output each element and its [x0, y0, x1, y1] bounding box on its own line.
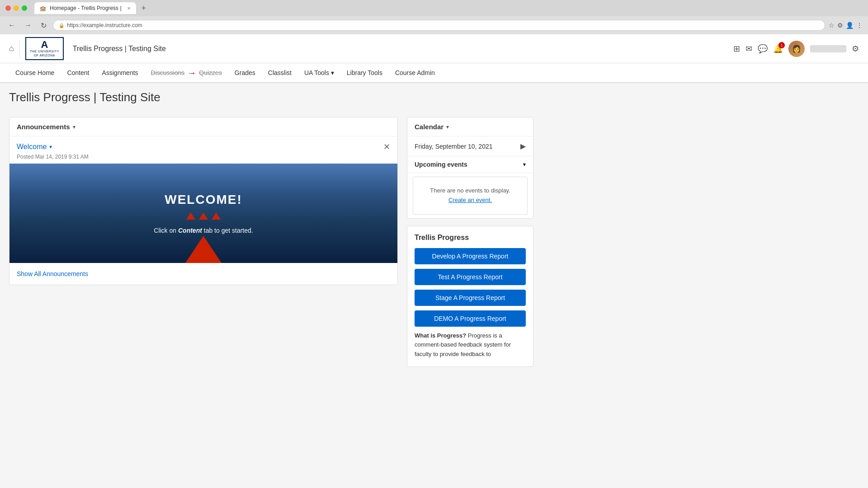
- events-box: There are no events to display. Create a…: [413, 177, 528, 215]
- develop-progress-report-button[interactable]: Develop A Progress Report: [415, 248, 526, 264]
- calendar-widget: Calendar ▾ Friday, September 10, 2021 ▶ …: [407, 117, 533, 219]
- calendar-title: Calendar: [415, 123, 443, 131]
- announcement-title[interactable]: Welcome ▾: [17, 143, 52, 151]
- nav-grades[interactable]: Grades: [228, 64, 262, 82]
- trellis-progress-title: Trellis Progress: [415, 234, 526, 242]
- lms-header: ⌂ A THE UNIVERSITYOF ARIZONA Trellis Pro…: [0, 34, 868, 63]
- tab-close-icon[interactable]: ✕: [127, 6, 131, 11]
- date-next-button[interactable]: ▶: [520, 142, 526, 150]
- upcoming-events-label: Upcoming events: [415, 161, 467, 168]
- calendar-chevron: ▾: [446, 124, 449, 130]
- browser-titlebar: 🏫 Homepage - Trellis Progress | ✕ +: [0, 0, 868, 16]
- announcement-image: WELCOME! Click on Content tab to get sta…: [9, 164, 397, 263]
- announcement-date: Posted Mar 14, 2019 9:31 AM: [9, 154, 397, 164]
- demo-progress-report-button[interactable]: DEMO A Progress Report: [415, 310, 526, 327]
- reload-button[interactable]: ↻: [38, 20, 49, 31]
- url-text: https://example.instructure.com: [67, 22, 142, 28]
- what-is-progress-text: What is Progress? Progress is a comment-…: [415, 331, 526, 359]
- what-is-title: What is Progress?: [415, 332, 466, 339]
- nav-quizzes[interactable]: Quizzes: [193, 64, 228, 82]
- create-event-link[interactable]: Create an event.: [448, 197, 492, 203]
- ua-logo-text: THE UNIVERSITYOF ARIZONA: [30, 50, 59, 57]
- window-controls: [5, 5, 27, 11]
- pyramid-shape: [185, 236, 222, 263]
- university-logo: A THE UNIVERSITYOF ARIZONA: [25, 37, 64, 60]
- stage-progress-report-button[interactable]: Stage A Progress Report: [415, 290, 526, 306]
- current-date-text: Friday, September 10, 2021: [415, 143, 493, 150]
- lms-nav: Course Home Content Assignments Discussi…: [0, 63, 868, 83]
- avatar-image: 👩: [788, 41, 805, 57]
- chat-icon-button[interactable]: 💬: [758, 44, 768, 54]
- notifications-button[interactable]: 🔔 1: [773, 44, 783, 54]
- nav-classlist[interactable]: Classlist: [262, 64, 298, 82]
- browser-toolbar: ← → ↻ 🔒 https://example.instructure.com …: [0, 16, 868, 34]
- nav-ua-tools[interactable]: UA Tools ▾: [298, 64, 340, 82]
- nav-content[interactable]: Content: [61, 64, 95, 82]
- no-events-message: There are no events to display. Create a…: [413, 177, 527, 214]
- nav-course-home[interactable]: Course Home: [9, 64, 61, 82]
- date-row: Friday, September 10, 2021 ▶: [407, 136, 533, 156]
- username-display: [810, 45, 846, 52]
- show-all-link-text[interactable]: Show All Announcements: [17, 270, 88, 277]
- image-overlay: WELCOME! Click on Content tab to get sta…: [145, 183, 262, 243]
- show-all-announcements-link[interactable]: Show All Announcements: [9, 263, 397, 285]
- header-divider: [19, 40, 20, 58]
- ua-logo-box: A THE UNIVERSITYOF ARIZONA: [25, 37, 64, 60]
- site-title: Trellis Progress | Testing Site: [73, 45, 733, 53]
- announcement-item-header: Welcome ▾ ✕: [9, 136, 397, 154]
- avatar[interactable]: 👩: [788, 41, 805, 57]
- settings-button[interactable]: ⚙: [852, 44, 859, 54]
- active-browser-tab[interactable]: 🏫 Homepage - Trellis Progress | ✕: [34, 2, 136, 14]
- page-title: Trellis Progress | Testing Site: [0, 83, 868, 108]
- announcements-chevron: ▾: [73, 124, 75, 130]
- mail-icon-button[interactable]: ✉: [745, 44, 752, 54]
- events-chevron-icon: ▾: [523, 161, 526, 168]
- nav-discussions[interactable]: Discussions: [145, 64, 191, 82]
- announcement-title-text: Welcome: [17, 143, 47, 151]
- nav-assignments[interactable]: Assignments: [95, 64, 144, 82]
- new-tab-button[interactable]: +: [140, 4, 148, 13]
- notification-badge: 1: [778, 42, 785, 48]
- welcome-heading: WELCOME!: [154, 192, 253, 207]
- trellis-progress-widget: Trellis Progress Develop A Progress Repo…: [407, 226, 533, 367]
- fullscreen-dot[interactable]: [22, 5, 27, 11]
- arrow-1: [186, 212, 195, 220]
- test-progress-report-button[interactable]: Test A Progress Report: [415, 269, 526, 285]
- minimize-dot[interactable]: [14, 5, 19, 11]
- lock-icon: 🔒: [59, 23, 64, 28]
- tab-favicon: 🏫: [40, 5, 46, 11]
- toolbar-actions: ☆ ⚙ 👤 ⋮: [829, 22, 863, 29]
- bookmark-button[interactable]: ☆: [829, 22, 835, 29]
- welcome-arrows: [154, 212, 253, 220]
- back-button[interactable]: ←: [5, 20, 18, 30]
- tab-title: Homepage - Trellis Progress |: [50, 5, 122, 11]
- profile-button[interactable]: 👤: [846, 22, 854, 29]
- address-bar[interactable]: 🔒 https://example.instructure.com: [53, 20, 825, 31]
- nav-library-tools[interactable]: Library Tools: [340, 64, 389, 82]
- arrow-3: [212, 212, 221, 220]
- menu-button[interactable]: ⋮: [856, 22, 863, 29]
- ua-logo-letter: A: [41, 40, 48, 50]
- announcements-title: Announcements: [17, 123, 70, 131]
- home-icon[interactable]: ⌂: [9, 44, 14, 53]
- arrow-2: [199, 212, 208, 220]
- side-column: Calendar ▾ Friday, September 10, 2021 ▶ …: [407, 117, 533, 367]
- welcome-subtitle: Click on Content tab to get started.: [154, 227, 253, 234]
- announcement-close-button[interactable]: ✕: [383, 142, 390, 152]
- nav-arrow-icon: →: [187, 68, 196, 78]
- announcements-header[interactable]: Announcements ▾: [9, 117, 397, 136]
- forward-button[interactable]: →: [22, 20, 34, 30]
- main-column: Announcements ▾ Welcome ▾ ✕ Posted Mar 1…: [9, 117, 398, 367]
- nav-course-admin[interactable]: Course Admin: [389, 64, 441, 82]
- extensions-button[interactable]: ⚙: [837, 22, 843, 29]
- close-dot[interactable]: [5, 5, 11, 11]
- no-events-text: There are no events to display.: [430, 187, 510, 194]
- header-actions: ⊞ ✉ 💬 🔔 1 👩 ⚙: [733, 41, 859, 57]
- page-content: Announcements ▾ Welcome ▾ ✕ Posted Mar 1…: [0, 108, 542, 376]
- announcement-expand-icon: ▾: [49, 144, 52, 150]
- calendar-header[interactable]: Calendar ▾: [407, 117, 533, 136]
- announcements-widget: Announcements ▾ Welcome ▾ ✕ Posted Mar 1…: [9, 117, 398, 285]
- upcoming-events-header[interactable]: Upcoming events ▾: [407, 156, 533, 173]
- grid-icon-button[interactable]: ⊞: [733, 44, 740, 54]
